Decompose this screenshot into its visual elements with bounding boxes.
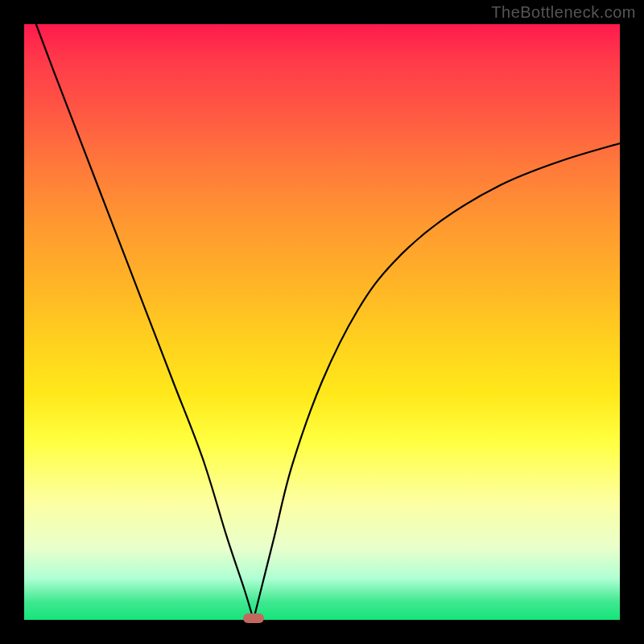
curve-right (254, 143, 620, 620)
curve-svg (24, 24, 620, 620)
curve-left (36, 24, 254, 620)
watermark-text: TheBottleneck.com (491, 3, 636, 22)
chart-frame: TheBottleneck.com (0, 0, 644, 644)
plot-area (24, 24, 620, 620)
bottleneck-marker (243, 613, 264, 623)
